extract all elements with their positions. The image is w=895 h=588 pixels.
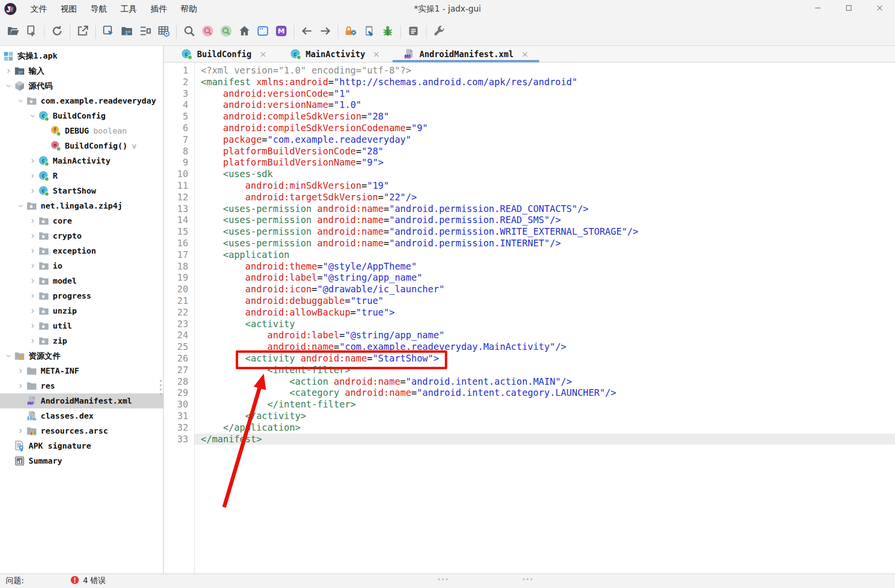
chevron-right-icon[interactable] [27,185,38,197]
bottom-grip-left[interactable] [438,578,448,580]
tree-item-buildconfig[interactable]: mBuildConfig()v [0,138,163,153]
chevron-right-icon[interactable] [27,335,38,347]
tree-item-summary[interactable]: Summary [0,453,163,468]
forward-button[interactable] [316,22,334,42]
line-number: 32 [164,422,194,434]
close-icon[interactable] [259,50,267,58]
tree-item-label: Summary [29,456,62,466]
debug-button[interactable] [379,22,397,42]
tree-item-buildconfig[interactable]: cBuildConfig [0,108,163,123]
chevron-right-icon[interactable] [27,275,38,287]
close-icon[interactable] [373,50,380,58]
deobfuscation-button[interactable] [342,22,360,42]
tree-item-resources-arsc[interactable]: resources.arsc [0,423,163,438]
log-button[interactable] [404,22,423,42]
flatten-button[interactable] [136,22,154,42]
chevron-right-icon[interactable] [27,305,38,317]
chevron-down-icon[interactable] [15,95,26,107]
new-window-button[interactable] [254,22,272,42]
tree-item-输入[interactable]: 输入 [0,63,163,78]
chevron-right-icon[interactable] [27,320,38,332]
tree-item-res[interactable]: res [0,378,163,393]
tree-item-io[interactable]: io [0,258,163,273]
menu-item-tools[interactable]: 工具 [114,1,144,17]
chevron-right-icon[interactable] [27,155,38,167]
tree-item-androidmanifest-xml[interactable]: MFAndroidManifest.xml [0,393,163,408]
tree-item-mainactivity[interactable]: cMainActivity [0,153,163,168]
open-file-button[interactable] [4,22,22,42]
tree-item-unzip[interactable]: unzip [0,303,163,318]
home-button[interactable] [235,22,254,42]
error-count-badge[interactable]: 4 错误 [70,575,106,587]
search-button[interactable] [180,22,198,42]
tree-item-classes-dex[interactable]: Jclasses.dex [0,408,163,423]
tree-item-debug[interactable]: fDEBUGboolean [0,123,163,138]
code-line-text: <uses-permission android:name="android.p… [194,238,895,249]
tree-item-model[interactable]: model [0,273,163,288]
memory-button[interactable]: M [272,22,290,42]
svg-text:c: c [42,187,45,194]
tab-androidmanifest-xml[interactable]: MFAndroidManifest.xml [392,46,540,62]
chevron-right-icon[interactable] [27,170,38,182]
chevron-down-icon[interactable] [2,350,14,362]
tree-item-util[interactable]: util [0,318,163,333]
export-button[interactable] [74,22,92,42]
tree-item-progress[interactable]: progress [0,288,163,303]
reload-button[interactable] [48,22,66,42]
chevron-down-icon[interactable] [15,200,26,212]
bottom-grip-right[interactable] [523,578,532,580]
tree-item-r[interactable]: cR [0,168,163,183]
class-search-button[interactable] [217,22,235,42]
close-icon[interactable] [521,50,529,58]
code-line-32: 32 </application> [164,422,895,434]
menu-item-help[interactable]: 帮助 [174,1,204,17]
panel-splitter[interactable] [160,380,162,395]
text-search-button[interactable] [198,22,217,42]
tree-item-源代码[interactable]: 源代码 [0,78,163,93]
tree-item-apk-signature[interactable]: APK signature [0,438,163,453]
code-line-text: <?xml version="1.0" encoding="utf-8"?> [194,65,895,76]
chevron-down-icon[interactable] [2,80,14,92]
code-editor[interactable]: 1<?xml version="1.0" encoding="utf-8"?>2… [164,62,895,573]
add-files-button[interactable] [22,22,41,42]
chevron-right-icon[interactable] [15,425,26,437]
chevron-right-icon[interactable] [27,260,38,272]
code-line-text: android:compileSdkVersionCodename="9" [194,122,895,134]
tree-item-实操1-apk[interactable]: 实操1.apk [0,48,163,63]
chevron-down-icon[interactable] [27,110,38,122]
chevron-right-icon[interactable] [27,245,38,257]
tree-item-meta-inf[interactable]: META-INF [0,363,163,378]
maximize-button[interactable] [833,0,864,18]
packages-button[interactable] [118,22,136,42]
tab-buildconfig[interactable]: cBuildConfig [169,46,278,62]
line-number: 14 [164,214,194,226]
close-button[interactable] [864,0,895,18]
tree-item-startshow[interactable]: cStartShow [0,183,163,198]
goto-cursor-button[interactable] [99,22,118,42]
chevron-right-icon[interactable] [27,230,38,242]
minimize-button[interactable] [802,0,833,18]
menu-item-file[interactable]: 文件 [24,1,54,17]
menu-item-navigation[interactable]: 导航 [84,1,114,17]
tree-item-exception[interactable]: exception [0,243,163,258]
tree-item-资源文件[interactable]: 资源文件 [0,348,163,363]
menu-item-view[interactable]: 视图 [54,1,84,17]
menu-item-plugins[interactable]: 插件 [144,1,174,17]
chevron-right-icon[interactable] [27,215,38,227]
code-line-30: 30 </intent-filter> [164,399,895,410]
tree-item-net-lingala-zip4j[interactable]: net.lingala.zip4j [0,198,163,213]
tree-item-label: StartShow [53,186,96,196]
tree-item-crypto[interactable]: crypto [0,228,163,243]
back-button[interactable] [298,22,316,42]
chevron-right-icon[interactable] [15,380,26,392]
device-button[interactable] [360,22,379,42]
tree-item-com-example-readeveryday[interactable]: com.example.readeveryday [0,93,163,108]
chevron-right-icon[interactable] [2,65,14,77]
tab-mainactivity[interactable]: cMainActivity [278,46,392,62]
settings-button[interactable] [430,22,448,42]
tree-item-zip[interactable]: zip [0,333,163,348]
table-button[interactable] [154,22,173,42]
chevron-right-icon[interactable] [15,365,26,377]
chevron-right-icon[interactable] [27,290,38,302]
tree-item-core[interactable]: core [0,213,163,228]
